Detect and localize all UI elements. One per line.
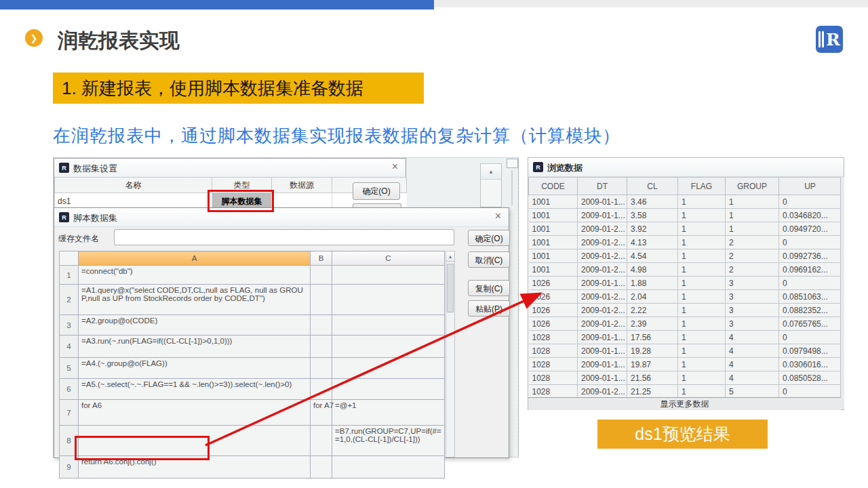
grid-cell-a[interactable]: =A5.(~.select(~.~.FLAG==1 && ~.len()>=3)…: [79, 379, 311, 400]
cell-up: 0: [779, 385, 842, 399]
dialog-buttons: 确定(O)取消(C)复制(C)粘贴(P): [468, 230, 510, 322]
close-icon[interactable]: ×: [392, 161, 398, 173]
table-row: 1028 2009-01-1... 17.56 1 4 0: [529, 331, 842, 344]
cell-code: 1028: [529, 358, 578, 371]
cell-dt: 2009-01-1...: [578, 358, 627, 371]
table-row: 1001 2009-01-2... 4.98 1 2 0.0969162...: [529, 263, 842, 277]
cell-cl: 21.56: [627, 371, 678, 385]
grid-cell-b[interactable]: [311, 266, 332, 285]
grid-cell-b[interactable]: [311, 379, 332, 400]
grid-cell-b[interactable]: for A7: [311, 400, 332, 426]
column-header-cl[interactable]: CL: [627, 178, 678, 195]
grid-cell-b[interactable]: [311, 456, 332, 479]
show-more-button[interactable]: 显示更多数据: [528, 397, 841, 410]
cell-dt: 2009-01-2...: [578, 222, 627, 236]
column-header-code[interactable]: CODE: [529, 178, 578, 195]
cell-flag: 1: [678, 385, 726, 399]
top-accent-bar: [0, 0, 434, 9]
grid-cell-b[interactable]: [311, 358, 332, 379]
cache-filename-input[interactable]: [114, 229, 454, 245]
dialog-button[interactable]: 复制(C): [468, 280, 510, 296]
table-row: 1026 2009-01-1... 1.88 1 3 0: [529, 277, 842, 290]
column-header-dt[interactable]: DT: [578, 178, 627, 195]
background-divider: [511, 170, 513, 205]
cell-flag: 1: [678, 331, 726, 344]
cell-dt: 2009-01-2...: [578, 236, 627, 249]
cell-up: 0.0969162...: [779, 263, 842, 277]
grid-row-number[interactable]: 1: [60, 266, 79, 285]
grid-cell-c[interactable]: [332, 456, 445, 479]
dialog-button[interactable]: 取消(C): [468, 251, 510, 268]
scroll-up-icon[interactable]: ▲: [446, 251, 454, 262]
cell-flag: 1: [678, 249, 726, 263]
grid-cell-a[interactable]: =A4.(~.group@o(FLAG)): [79, 358, 311, 379]
cell-code: 1001: [529, 209, 578, 222]
grid-cell-a[interactable]: =connect("db"): [79, 266, 311, 285]
cell-group: 5: [726, 385, 779, 399]
scroll-up-icon[interactable]: ▲: [481, 164, 501, 180]
dialog-button[interactable]: 粘贴(P): [468, 300, 510, 317]
cell-group: 2: [726, 236, 779, 249]
grid-corner-cell[interactable]: [60, 251, 79, 266]
grid-column-b[interactable]: B: [311, 251, 332, 266]
grid-cell-c[interactable]: =@+1: [332, 400, 445, 426]
grid-cell-b[interactable]: [311, 426, 332, 456]
grid-cell-c[interactable]: [332, 336, 445, 358]
cell-cl: 17.56: [627, 331, 678, 344]
dialog-button[interactable]: 确定(O): [468, 230, 510, 246]
grid-cell-c[interactable]: [332, 266, 445, 285]
cell-cl: 2.22: [627, 304, 678, 317]
grid-column-a[interactable]: A: [79, 251, 311, 266]
column-header-group[interactable]: GROUP: [726, 178, 779, 195]
grid-row-number[interactable]: 5: [60, 358, 79, 379]
grid-row-number[interactable]: 3: [60, 315, 79, 336]
cell-cl: 19.28: [627, 344, 678, 358]
cell-group: 4: [726, 344, 779, 358]
grid-row-number[interactable]: 7: [60, 400, 79, 426]
highlight-box-type-cell: [208, 190, 274, 212]
browse-scrollbar[interactable]: [840, 177, 844, 409]
description-text: 在润乾报表中，通过脚本数据集实现报表数据的复杂计算（计算模块）: [53, 124, 620, 148]
grid-cell-b[interactable]: [311, 336, 332, 358]
cell-flag: 1: [678, 358, 726, 371]
grid-row: 1 =connect("db"): [60, 266, 445, 285]
grid-cell-a[interactable]: for A6: [79, 400, 311, 426]
designer-screenshot: ▲ R 数据集设置 × 名称 类型 数据源: [53, 157, 519, 458]
background-scrollbar[interactable]: ▲: [480, 163, 502, 207]
grid-row-number[interactable]: 4: [60, 336, 79, 358]
cell-code: 1026: [529, 317, 578, 331]
cell-code: 1001: [529, 263, 578, 277]
dialog-titlebar: R 数据集设置 ×: [54, 159, 406, 178]
grid-scrollbar[interactable]: ▲: [446, 251, 455, 458]
grid-cell-a[interactable]: =A1.query@x("select CODE,DT,CL,null as F…: [79, 285, 311, 315]
grid-cell-c[interactable]: =B7.run(GROUP=C7,UP=if(#==1,0,(CL-CL[-1]…: [332, 426, 445, 456]
grid-cell-a[interactable]: =A2.group@o(CODE): [79, 315, 311, 336]
grid-cell-a[interactable]: =A3.run(~.run(FLAG=if((CL-CL[-1])>0,1,0)…: [79, 336, 311, 358]
cell-code: 1026: [529, 277, 578, 290]
grid-row-number[interactable]: 2: [60, 285, 79, 315]
report-app-icon: R: [533, 162, 543, 172]
cell-group: 1: [726, 195, 779, 209]
scroll-thumb[interactable]: [447, 264, 454, 312]
browse-header-row: CODE DT CL FLAG GROUP UP: [529, 178, 842, 195]
grid-cell-b[interactable]: [311, 315, 332, 336]
ok-button[interactable]: 确定(O): [353, 182, 400, 200]
cache-filename-label: 缓存文件名: [58, 233, 99, 245]
close-icon[interactable]: ×: [495, 210, 501, 222]
grid-column-c[interactable]: C: [332, 251, 445, 266]
column-header-flag[interactable]: FLAG: [678, 178, 726, 195]
table-row: 1028 2009-01-2... 21.25 1 5 0: [529, 385, 842, 399]
grid-cell-c[interactable]: [332, 379, 445, 400]
cell-flag: 1: [678, 222, 726, 236]
cell-cl: 4.54: [627, 249, 678, 263]
grid-row-number[interactable]: 6: [60, 379, 79, 400]
cell-code: 1001: [529, 222, 578, 236]
grid-cell-c[interactable]: [332, 285, 445, 315]
grid-cell-c[interactable]: [332, 315, 445, 336]
cell-flag: 1: [678, 304, 726, 317]
grid-cell-c[interactable]: [332, 358, 445, 379]
cell-code: 1001: [529, 236, 578, 249]
column-header-up[interactable]: UP: [779, 178, 842, 195]
table-row: 1028 2009-01-1... 21.56 1 4 0.0850528...: [529, 371, 842, 385]
grid-cell-b[interactable]: [311, 285, 332, 315]
